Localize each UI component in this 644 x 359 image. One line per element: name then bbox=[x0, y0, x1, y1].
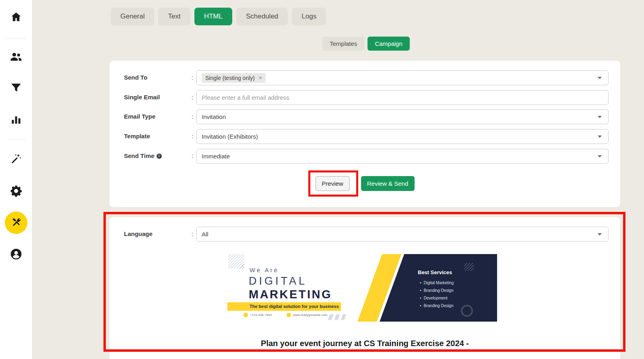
template-label: Template bbox=[124, 133, 150, 139]
sidebar-item-audience[interactable] bbox=[7, 47, 25, 65]
colon: : bbox=[192, 152, 193, 159]
bullet: • bbox=[420, 279, 421, 287]
users-icon bbox=[10, 50, 23, 63]
chevron-down-icon bbox=[598, 135, 602, 138]
gear-icon bbox=[10, 185, 23, 197]
email-type-value: Invitation bbox=[202, 113, 226, 120]
email-type-select[interactable]: Invitation bbox=[196, 109, 609, 124]
send-to-tag: Single (testing only) × bbox=[202, 73, 266, 83]
send-time-label-text: Send Time bbox=[124, 152, 155, 159]
review-send-button[interactable]: Review & Send bbox=[361, 176, 415, 191]
email-type-label: Email Type bbox=[124, 113, 155, 120]
send-to-tag-label: Single (testing only) bbox=[205, 75, 255, 81]
colon: : bbox=[192, 113, 193, 120]
language-value: All bbox=[202, 231, 208, 238]
phone-number: +123-456-7890 bbox=[250, 313, 272, 317]
app-window: General Text HTML Scheduled Logs Templat… bbox=[0, 0, 644, 359]
service-item: •Branding Design bbox=[420, 287, 454, 294]
sidebar-divider bbox=[7, 139, 25, 139]
services-title: Best Services bbox=[418, 269, 452, 275]
send-to-label: Send To bbox=[124, 74, 147, 81]
tab-html[interactable]: HTML bbox=[194, 8, 232, 25]
hammer-wrench-icon bbox=[10, 217, 22, 228]
chevron-down-icon bbox=[598, 77, 602, 79]
subtab-campaign[interactable]: Campaign bbox=[367, 37, 409, 51]
service-label: Development bbox=[424, 294, 448, 302]
banner-contacts: +123-456-7890 www.reallygreatsite.com bbox=[244, 313, 328, 317]
website-contact: www.reallygreatsite.com bbox=[287, 313, 328, 317]
tab-general[interactable]: General bbox=[111, 8, 154, 25]
sidebar-item-settings[interactable] bbox=[7, 182, 25, 200]
email-type-row: Email Type : Invitation bbox=[109, 109, 620, 124]
language-label: Language bbox=[124, 230, 153, 237]
service-item: •Development bbox=[420, 294, 454, 302]
single-email-label: Single Email bbox=[124, 94, 160, 101]
globe-icon bbox=[287, 313, 291, 317]
sidebar-item-reports[interactable] bbox=[7, 111, 25, 128]
bullet: • bbox=[420, 287, 421, 294]
magic-wand-icon bbox=[10, 153, 22, 165]
tab-logs[interactable]: Logs bbox=[292, 8, 326, 25]
sidebar-item-tools-active[interactable] bbox=[5, 211, 27, 234]
services-list: •Digital Marketing •Branding Design •Dev… bbox=[420, 279, 454, 310]
email-banner: We Are DIGITAL MARKETING The best digita… bbox=[227, 254, 497, 322]
template-value: Invitation (Exhibitors) bbox=[202, 133, 258, 140]
language-row: Language : All bbox=[109, 227, 620, 242]
chevron-decoration bbox=[329, 314, 345, 320]
colon: : bbox=[192, 230, 193, 237]
banner-tagline: The best digital solution for your busin… bbox=[227, 302, 341, 311]
service-item: •Digital Marketing bbox=[420, 279, 454, 287]
single-email-field-wrap bbox=[196, 90, 609, 105]
single-email-row: Single Email : bbox=[109, 90, 620, 105]
sub-tabs: Templates Campaign bbox=[322, 37, 410, 51]
bullet: • bbox=[420, 294, 421, 302]
send-to-select[interactable]: Single (testing only) × bbox=[196, 70, 609, 85]
colon: : bbox=[192, 94, 193, 101]
banner-title-line2: MARKETING bbox=[249, 288, 332, 301]
form-actions: Preview Review & Send bbox=[109, 176, 620, 191]
single-email-input[interactable] bbox=[202, 94, 596, 101]
bar-chart-icon bbox=[10, 113, 22, 125]
banner-intro: We Are bbox=[250, 267, 279, 273]
banner-title-line1: DIGITAL bbox=[249, 275, 307, 287]
info-icon[interactable]: i bbox=[157, 154, 162, 159]
bullet: • bbox=[420, 302, 421, 310]
circle-decoration bbox=[461, 305, 473, 317]
tab-text[interactable]: Text bbox=[158, 8, 190, 25]
send-to-row: Send To : Single (testing only) × bbox=[109, 70, 620, 85]
service-item: •Branding Design bbox=[420, 302, 454, 310]
language-select[interactable]: All bbox=[196, 227, 609, 242]
account-icon bbox=[10, 248, 23, 261]
sidebar-item-home[interactable] bbox=[7, 8, 25, 26]
chevron-down-icon bbox=[598, 233, 602, 236]
website-url: www.reallygreatsite.com bbox=[293, 313, 328, 317]
sidebar-item-wizard[interactable] bbox=[7, 150, 25, 168]
service-label: Digital Marketing bbox=[424, 279, 454, 287]
hatch-decoration bbox=[464, 263, 474, 271]
sidebar-divider bbox=[7, 39, 25, 39]
campaign-form-card: Send To : Single (testing only) × Single… bbox=[109, 61, 620, 207]
home-icon bbox=[10, 11, 22, 23]
tab-scheduled[interactable]: Scheduled bbox=[236, 8, 288, 25]
sidebar-item-account[interactable] bbox=[7, 245, 25, 263]
send-time-row: Send Timei : Immediate bbox=[109, 149, 620, 164]
subtab-templates[interactable]: Templates bbox=[322, 37, 364, 51]
phone-contact: +123-456-7890 bbox=[244, 313, 272, 317]
colon: : bbox=[192, 74, 193, 81]
send-time-label: Send Timei bbox=[124, 152, 162, 159]
preview-button[interactable]: Preview bbox=[316, 176, 350, 191]
send-time-value: Immediate bbox=[202, 153, 230, 160]
colon: : bbox=[192, 133, 193, 139]
sidebar bbox=[0, 0, 33, 359]
remove-tag-icon[interactable]: × bbox=[259, 75, 262, 81]
email-preview-card: Language : All We Are DIGITAL MARKETING … bbox=[109, 217, 620, 359]
sidebar-item-filter[interactable] bbox=[7, 79, 25, 96]
template-select[interactable]: Invitation (Exhibitors) bbox=[196, 129, 609, 144]
template-row: Template : Invitation (Exhibitors) bbox=[109, 129, 620, 144]
service-label: Branding Design bbox=[424, 302, 454, 310]
send-time-select[interactable]: Immediate bbox=[196, 149, 609, 164]
phone-icon bbox=[244, 313, 248, 317]
main-tabs: General Text HTML Scheduled Logs bbox=[111, 8, 326, 25]
hatch-decoration bbox=[228, 254, 244, 269]
service-label: Branding Design bbox=[424, 287, 454, 294]
